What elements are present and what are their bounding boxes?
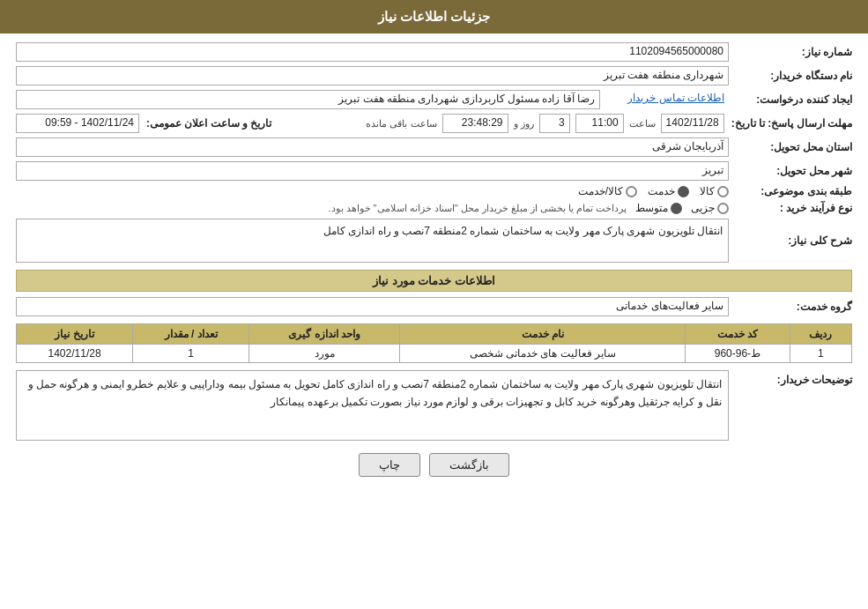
purchase-radio-partial[interactable]: [717, 203, 729, 214]
purchase-type-label: نوع فرآیند خرید :: [729, 202, 852, 214]
announcement-label: تاریخ و ساعت اعلان عمومی:: [139, 117, 271, 130]
col-qty: تعداد / مقدار: [133, 324, 249, 345]
creator-value-group: اطلاعات تماس خریدار رضا آقا زاده مسئول ک…: [16, 90, 729, 109]
services-table-section: ردیف کد خدمت نام خدمت واحد اندازه گیری ت…: [16, 323, 852, 363]
category-option-goods: کالا: [700, 185, 729, 197]
deadline-days-label: روز و: [514, 118, 534, 130]
deadline-remaining: 23:48:29: [442, 114, 508, 133]
creator-link[interactable]: اطلاعات تماس خریدار: [605, 90, 729, 109]
category-goods-label: کالا: [700, 185, 715, 197]
purchase-partial-label: جزیی: [691, 202, 715, 214]
col-unit: واحد اندازه گیری: [249, 324, 400, 345]
org-name-label: نام دستگاه خریدار:: [729, 70, 852, 82]
creator-name: رضا آقا زاده مسئول کاربردازی شهرداری منط…: [16, 90, 600, 109]
services-section-title: اطلاعات خدمات مورد نیاز: [16, 270, 852, 292]
buyer-desc-value: انتقال تلویزیون شهری پارک مهر ولایت به س…: [16, 370, 729, 441]
deadline-date: 1402/11/28: [661, 114, 724, 133]
col-date: تاریخ نیاز: [17, 324, 133, 345]
need-description-value: انتقال تلویزیون شهری پارک مهر ولایت به س…: [16, 219, 729, 263]
purchase-medium-label: متوسط: [635, 202, 668, 214]
print-button[interactable]: چاپ: [359, 453, 420, 477]
announcement-value: 1402/11/24 - 09:59: [16, 114, 139, 133]
announcement-deadline-row: مهلت ارسال پاسخ: تا تاریخ: 1402/11/28 سا…: [16, 114, 852, 133]
org-name-value: شهرداری منطقه هفت تبریز: [16, 66, 729, 85]
back-button[interactable]: بازگشت: [429, 453, 509, 477]
need-description-label: شرح کلی نیاز:: [729, 234, 852, 247]
content-area: شماره نیاز: 1102094565000080 نام دستگاه …: [0, 33, 868, 493]
page-wrapper: جزئیات اطلاعات نیاز شماره نیاز: 11020945…: [0, 0, 868, 609]
purchase-note: پرداخت تمام یا بخشی از مبلغ خریدار محل "…: [328, 203, 627, 214]
category-service-label: خدمت: [648, 185, 675, 197]
category-radio-service[interactable]: [678, 186, 689, 197]
need-number-row: شماره نیاز: 1102094565000080: [16, 42, 852, 62]
purchase-radio-medium[interactable]: [671, 203, 682, 214]
category-radio-both[interactable]: [626, 186, 637, 197]
province-label: استان محل تحویل:: [729, 141, 852, 153]
need-number-value: 1102094565000080: [16, 42, 729, 62]
creator-row: ایجاد کننده درخواست: اطلاعات تماس خریدار…: [16, 90, 852, 109]
deadline-remaining-label: ساعت باقی مانده: [366, 118, 436, 130]
buyer-desc-row: توضیحات خریدار: انتقال تلویزیون شهری پار…: [16, 370, 852, 441]
need-number-label: شماره نیاز:: [729, 46, 852, 58]
buyer-desc-label: توضیحات خریدار:: [729, 370, 852, 386]
province-row: استان محل تحویل: آذربایجان شرقی: [16, 137, 852, 157]
purchase-type-row: نوع فرآیند خرید : جزیی متوسط پرداخت تمام…: [16, 202, 852, 214]
creator-label: ایجاد کننده درخواست:: [729, 93, 852, 106]
purchase-type-radio-group: جزیی متوسط پرداخت تمام یا بخشی از مبلغ خ…: [16, 202, 729, 214]
page-title: جزئیات اطلاعات نیاز: [378, 9, 490, 24]
deadline-label: مهلت ارسال پاسخ: تا تاریخ:: [724, 117, 852, 130]
col-row: ردیف: [790, 324, 851, 345]
table-row: 1ط-96-960سایر فعالیت های خدماتی شخصیمورد…: [17, 345, 852, 363]
category-option-service: خدمت: [648, 185, 689, 197]
deadline-group: 1402/11/28 ساعت 11:00 3 روز و 23:48:29 س…: [284, 114, 723, 133]
deadline-time: 11:00: [575, 114, 624, 133]
purchase-option-medium: متوسط: [635, 202, 682, 214]
deadline-days: 3: [539, 114, 570, 133]
category-row: طبقه بندی موضوعی: کالا خدمت کالا/خدمت: [16, 185, 852, 197]
city-label: شهر محل تحویل:: [729, 165, 852, 177]
page-header: جزئیات اطلاعات نیاز: [0, 0, 868, 33]
col-service-name: نام خدمت: [400, 324, 686, 345]
col-service-code: کد خدمت: [686, 324, 790, 345]
group-service-value: سایر فعالیت‌های خدماتی: [16, 297, 729, 316]
city-row: شهر محل تحویل: تبریز: [16, 161, 852, 181]
city-value: تبریز: [16, 161, 729, 181]
group-service-label: گروه خدمت:: [729, 301, 852, 313]
category-radio-goods[interactable]: [717, 186, 729, 197]
deadline-time-label: ساعت: [629, 118, 656, 130]
services-table: ردیف کد خدمت نام خدمت واحد اندازه گیری ت…: [16, 323, 852, 363]
category-option-both: کالا/خدمت: [578, 185, 637, 197]
province-value: آذربایجان شرقی: [16, 137, 729, 157]
group-service-row: گروه خدمت: سایر فعالیت‌های خدماتی: [16, 297, 852, 316]
category-radio-group: کالا خدمت کالا/خدمت: [16, 185, 729, 197]
purchase-option-partial: جزیی: [691, 202, 729, 214]
need-description-row: شرح کلی نیاز: انتقال تلویزیون شهری پارک …: [16, 219, 852, 263]
category-label: طبقه بندی موضوعی:: [729, 185, 852, 197]
buttons-row: بازگشت چاپ: [16, 453, 852, 477]
category-both-label: کالا/خدمت: [578, 185, 623, 197]
org-name-row: نام دستگاه خریدار: شهرداری منطقه هفت تبر…: [16, 66, 852, 85]
